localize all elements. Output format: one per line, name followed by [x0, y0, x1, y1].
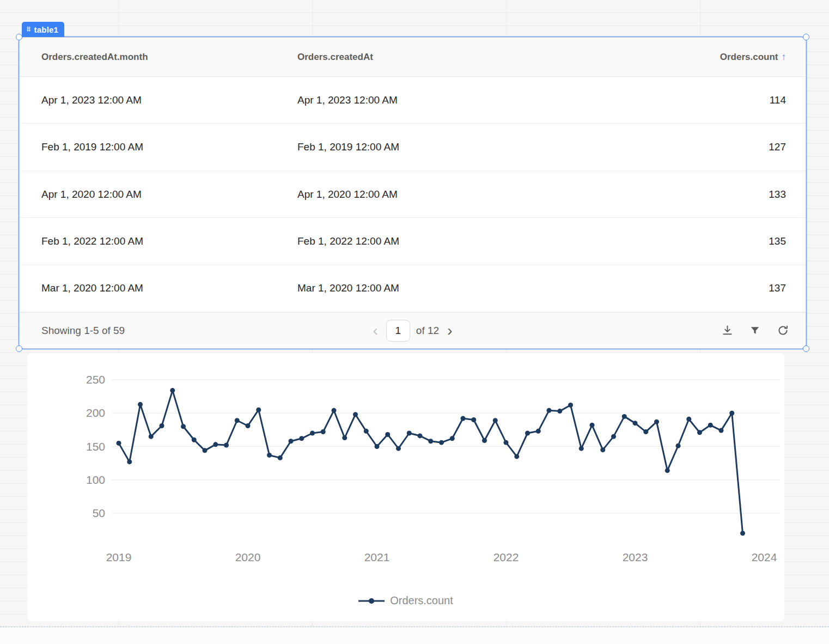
svg-text:2021: 2021 [364, 551, 390, 563]
filter-button[interactable] [748, 324, 761, 337]
chart-widget[interactable]: 25020015010050201920202021202220232024 O… [27, 353, 784, 621]
filter-icon [749, 325, 761, 337]
download-button[interactable] [721, 324, 734, 337]
selection-handle[interactable] [16, 345, 22, 352]
svg-text:250: 250 [86, 373, 105, 386]
table-cell: 127 [644, 141, 786, 153]
refresh-icon [777, 324, 789, 337]
results-table: Orders.createdAt.month Orders.createdAt … [19, 37, 806, 349]
table-cell: 137 [644, 282, 786, 294]
selection-handle[interactable] [803, 345, 809, 352]
svg-text:150: 150 [86, 440, 105, 453]
svg-text:2019: 2019 [106, 551, 132, 563]
page-total-label: of 12 [416, 325, 439, 337]
selection-handle[interactable] [803, 34, 809, 40]
column-header-count-label: Orders.count [720, 52, 778, 63]
widget-tag-table1[interactable]: ⠿ table1 [22, 22, 64, 37]
svg-text:2020: 2020 [235, 551, 261, 563]
widget-tag-label: table1 [34, 25, 59, 34]
table-cell: Apr 1, 2020 12:00 AM [41, 189, 297, 201]
svg-text:2023: 2023 [623, 551, 648, 563]
table-cell: Feb 1, 2022 12:00 AM [41, 235, 297, 247]
table-row[interactable]: Apr 1, 2020 12:00 AMApr 1, 2020 12:00 AM… [20, 171, 806, 218]
table-cell: Feb 1, 2019 12:00 AM [297, 141, 644, 153]
table-toolbar [721, 324, 789, 337]
svg-text:200: 200 [86, 406, 105, 419]
table-cell: 133 [644, 189, 786, 201]
column-header-createdAt[interactable]: Orders.createdAt [297, 52, 644, 63]
sort-ascending-icon: ↑ [782, 52, 787, 63]
legend-label: Orders.count [390, 594, 453, 607]
table-cell: Apr 1, 2023 12:00 AM [41, 94, 297, 106]
chart-legend-item[interactable]: Orders.count [27, 594, 784, 607]
column-header-count[interactable]: Orders.count ↑ [644, 52, 786, 63]
table-cell: 114 [644, 94, 786, 106]
column-header-createdAt-month[interactable]: Orders.createdAt.month [41, 52, 297, 63]
svg-text:2022: 2022 [493, 551, 519, 563]
download-icon [721, 324, 734, 337]
table-cell: Feb 1, 2022 12:00 AM [297, 235, 644, 247]
table-cell: Apr 1, 2020 12:00 AM [297, 189, 644, 201]
orders-count-line-chart: 25020015010050201920202021202220232024 [27, 353, 784, 572]
prev-page-button[interactable]: ‹ [371, 323, 380, 338]
table-cell: Apr 1, 2023 12:00 AM [297, 94, 644, 106]
table-row[interactable]: Apr 1, 2023 12:00 AMApr 1, 2023 12:00 AM… [20, 77, 806, 124]
table-widget[interactable]: Orders.createdAt.month Orders.createdAt … [19, 37, 806, 349]
page-number-input[interactable] [386, 320, 410, 342]
table-cell: Mar 1, 2020 12:00 AM [41, 282, 297, 294]
pagination-controls: ‹ of 12 › [371, 320, 455, 342]
svg-text:2024: 2024 [752, 551, 777, 563]
table-row[interactable]: Feb 1, 2019 12:00 AMFeb 1, 2019 12:00 AM… [20, 124, 806, 171]
table-cell: 135 [644, 235, 786, 247]
table-header-row: Orders.createdAt.month Orders.createdAt … [20, 38, 806, 77]
refresh-button[interactable] [776, 324, 789, 337]
table-cell: Feb 1, 2019 12:00 AM [41, 141, 297, 153]
table-footer: Showing 1-5 of 59 ‹ of 12 › [20, 312, 806, 348]
table-body: Apr 1, 2023 12:00 AMApr 1, 2023 12:00 AM… [20, 77, 806, 312]
table-row[interactable]: Feb 1, 2022 12:00 AMFeb 1, 2022 12:00 AM… [20, 218, 806, 265]
svg-text:100: 100 [86, 473, 105, 486]
next-page-button[interactable]: › [445, 323, 454, 338]
table-row[interactable]: Mar 1, 2020 12:00 AMMar 1, 2020 12:00 AM… [20, 265, 806, 312]
drag-handle-icon: ⠿ [26, 26, 31, 33]
svg-text:50: 50 [93, 507, 105, 519]
pagination-summary: Showing 1-5 of 59 [41, 325, 125, 337]
legend-line-marker-icon [358, 598, 385, 604]
table-cell: Mar 1, 2020 12:00 AM [297, 282, 644, 294]
sheet-page-break [0, 627, 829, 644]
